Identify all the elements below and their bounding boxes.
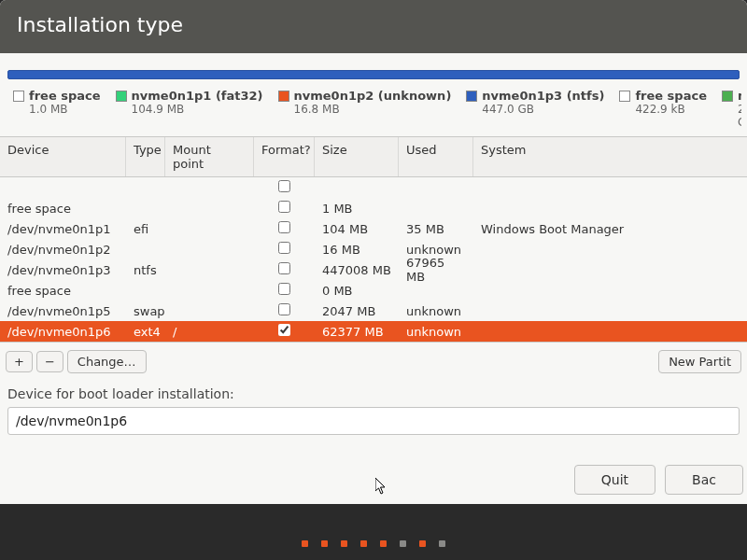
format-checkbox[interactable] — [278, 180, 290, 192]
legend-size: 104.9 MB — [116, 103, 263, 116]
add-partition-button[interactable]: + — [6, 351, 33, 372]
col-device[interactable]: Device — [0, 137, 126, 176]
cell-system — [473, 206, 747, 210]
dock-dot — [360, 540, 367, 547]
table-row[interactable]: /dev/nvme0n1p5swap2047 MBunknown — [0, 301, 747, 321]
table-row[interactable]: /dev/nvme0n1p1efi104 MB35 MBWindows Boot… — [0, 218, 747, 239]
col-type[interactable]: Type — [126, 137, 165, 176]
cell-device: free space — [0, 282, 126, 300]
new-partition-table-button[interactable]: New Partit — [658, 350, 741, 373]
bootloader-device-combo[interactable]: /dev/nvme0n1p6 — [7, 407, 740, 435]
dock-dot — [302, 540, 308, 547]
cell-system — [473, 268, 747, 272]
cell-mount — [165, 288, 254, 292]
cell-size: 447008 MB — [315, 261, 399, 279]
legend-label: nvme0n1p1 (fat32) — [132, 89, 263, 103]
cell-format — [254, 178, 315, 197]
wizard-footer: Quit Bac — [574, 465, 747, 495]
cell-system — [473, 309, 747, 313]
cell-type: ntfs — [126, 261, 165, 279]
cell-mount: / — [165, 323, 254, 341]
cell-system — [473, 288, 747, 292]
cell-device: /dev/nvme0n1p6 — [0, 323, 126, 341]
back-button[interactable]: Bac — [665, 465, 743, 495]
cell-mount — [165, 227, 254, 231]
dock-dot — [380, 540, 387, 547]
dock-dot — [341, 540, 347, 547]
cell-type — [126, 186, 165, 189]
cell-size — [315, 186, 399, 189]
legend-item[interactable]: nvme0n1p1 (fat32)104.9 MB — [116, 89, 273, 129]
table-header: Device Type Mount point Format? Size Use… — [0, 137, 747, 177]
legend-swatch-icon — [13, 91, 24, 102]
cell-format — [254, 199, 315, 217]
cell-system — [473, 247, 747, 251]
legend-swatch-icon — [116, 91, 127, 102]
remove-partition-button[interactable]: − — [36, 351, 63, 372]
cell-used — [399, 288, 473, 292]
table-row[interactable]: /dev/nvme0n1p3ntfs447008 MB67965 MB — [0, 259, 747, 280]
legend-size: 447.0 GB — [466, 103, 604, 116]
legend-size: 1.0 MB — [13, 103, 101, 116]
quit-button[interactable]: Quit — [574, 465, 655, 495]
col-mountpoint[interactable]: Mount point — [165, 137, 254, 176]
table-row[interactable]: /dev/nvme0n1p216 MBunknown — [0, 239, 747, 259]
legend-size: 422.9 kB — [619, 103, 707, 116]
dock-dot — [419, 540, 426, 547]
legend-swatch-icon — [619, 91, 630, 102]
table-row[interactable] — [0, 177, 747, 198]
dock-dot — [400, 540, 406, 547]
legend-item[interactable]: nvme0n1p3 (ntfs)447.0 GB — [466, 89, 613, 129]
format-checkbox[interactable] — [278, 324, 290, 336]
cell-size: 62377 MB — [315, 323, 399, 341]
legend-swatch-icon — [722, 91, 733, 102]
cell-format — [254, 260, 315, 279]
table-row[interactable]: /dev/nvme0n1p6ext4/62377 MBunknown — [0, 321, 747, 342]
col-system[interactable]: System — [473, 137, 747, 176]
cell-type — [126, 288, 165, 292]
cell-system: Windows Boot Manager — [473, 220, 747, 238]
legend-item[interactable]: nvme0n1p2 (unknown)16.8 MB — [278, 89, 461, 129]
cell-system — [473, 329, 747, 333]
cell-size: 104 MB — [315, 220, 399, 238]
format-checkbox[interactable] — [278, 221, 290, 233]
legend-item[interactable]: free space1.0 MB — [13, 89, 110, 129]
page-title: Installation type — [0, 0, 747, 53]
legend-swatch-icon — [466, 91, 477, 102]
cell-size: 0 MB — [315, 282, 399, 300]
legend-item[interactable]: nvme2.0 GB — [722, 89, 741, 129]
dock-dot — [439, 540, 445, 547]
legend-item[interactable]: free space422.9 kB — [619, 89, 716, 129]
format-checkbox[interactable] — [278, 242, 290, 254]
change-partition-button[interactable]: Change… — [67, 350, 147, 373]
partition-legend: free space1.0 MBnvme0n1p1 (fat32)104.9 M… — [6, 89, 741, 129]
cell-format — [254, 301, 315, 320]
legend-swatch-icon — [278, 91, 289, 102]
cell-device: /dev/nvme0n1p2 — [0, 241, 126, 259]
cell-format — [254, 322, 315, 341]
table-row[interactable]: free space0 MB — [0, 280, 747, 301]
legend-label: free space — [29, 89, 101, 103]
format-checkbox[interactable] — [278, 262, 290, 274]
col-size[interactable]: Size — [315, 137, 399, 176]
cell-format — [254, 281, 315, 300]
table-row[interactable]: free space1 MB — [0, 198, 747, 218]
format-checkbox[interactable] — [278, 303, 290, 315]
cell-device: free space — [0, 200, 126, 217]
cell-type — [126, 206, 165, 210]
cell-type: efi — [126, 220, 165, 238]
cell-system — [473, 186, 747, 189]
col-used[interactable]: Used — [399, 137, 473, 176]
cell-mount — [165, 247, 254, 251]
cell-used: unknown — [399, 302, 473, 320]
partition-toolbar: + − Change… New Partit — [0, 343, 747, 381]
format-checkbox[interactable] — [278, 201, 290, 213]
cell-device: /dev/nvme0n1p1 — [0, 220, 126, 238]
format-checkbox[interactable] — [278, 283, 290, 295]
partition-usage-bar[interactable] — [7, 70, 740, 79]
cell-type: ext4 — [126, 323, 165, 341]
cell-used: 67965 MB — [399, 254, 473, 286]
col-format[interactable]: Format? — [254, 137, 315, 176]
cell-mount — [165, 206, 254, 210]
table-body: free space1 MB/dev/nvme0n1p1efi104 MB35 … — [0, 177, 747, 342]
